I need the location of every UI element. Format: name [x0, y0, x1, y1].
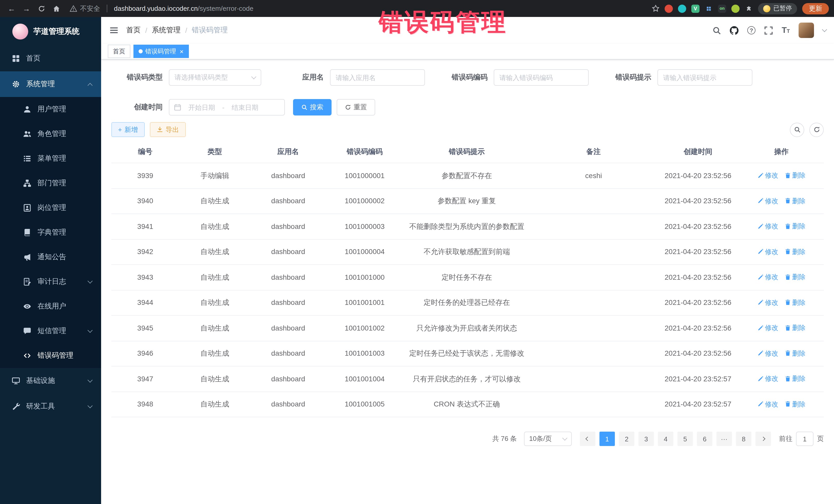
reset-button-label: 重置 — [354, 103, 367, 112]
prev-page-button[interactable] — [580, 432, 595, 446]
close-icon[interactable]: × — [180, 48, 183, 54]
error-hint-input[interactable] — [657, 69, 752, 86]
delete-link[interactable]: 删除 — [785, 246, 806, 257]
cell-remark — [530, 315, 657, 341]
column-header: 错误码提示 — [403, 141, 530, 163]
forward-icon[interactable]: → — [20, 2, 33, 15]
table-settings — [790, 123, 824, 137]
vue-devtools-icon[interactable]: V — [691, 4, 700, 13]
sidebar-item-home[interactable]: 首页 — [0, 46, 101, 71]
delete-link[interactable]: 删除 — [785, 195, 806, 206]
delete-link[interactable]: 删除 — [785, 271, 806, 282]
delete-link[interactable]: 删除 — [785, 322, 806, 333]
date-range-picker[interactable]: - — [169, 99, 285, 115]
page-button-2[interactable]: 2 — [619, 432, 634, 446]
extension-on-icon[interactable]: on — [718, 4, 726, 13]
export-button[interactable]: 导出 — [150, 122, 185, 137]
edit-link[interactable]: 修改 — [757, 373, 778, 384]
toggle-search-button[interactable] — [790, 123, 804, 137]
breadcrumb-system[interactable]: 系统管理 — [152, 26, 181, 35]
edit-link[interactable]: 修改 — [757, 195, 778, 206]
delete-link[interactable]: 删除 — [785, 170, 806, 181]
error-code-input[interactable] — [494, 69, 589, 86]
add-button[interactable]: + 新增 — [111, 122, 145, 137]
sidebar-item-dept[interactable]: 部门管理 — [0, 171, 101, 196]
page-button-4[interactable]: 4 — [658, 432, 673, 446]
edit-link[interactable]: 修改 — [757, 322, 778, 333]
tab-home[interactable]: 首页 — [108, 45, 130, 58]
profile-face-icon — [763, 5, 770, 12]
search-icon[interactable] — [712, 26, 721, 35]
paused-badge[interactable]: 已暂停 — [758, 3, 797, 14]
delete-link[interactable]: 删除 — [785, 221, 806, 232]
sidebar-item-sms[interactable]: 短信管理 — [0, 319, 101, 343]
update-button[interactable]: 更新 — [802, 3, 829, 14]
end-date-input[interactable] — [226, 103, 264, 112]
start-date-input[interactable] — [183, 103, 220, 112]
cell-app: dashboard — [250, 392, 326, 417]
sidebar-item-system[interactable]: 系统管理 — [0, 71, 101, 97]
sidebar-item-errorcode[interactable]: 错误码管理 — [0, 343, 101, 368]
chevron-down-icon[interactable] — [822, 27, 827, 32]
reload-icon[interactable] — [35, 2, 48, 15]
delete-link[interactable]: 删除 — [785, 398, 806, 409]
edit-link[interactable]: 修改 — [757, 398, 778, 409]
edit-link[interactable]: 修改 — [757, 170, 778, 181]
page-button-8[interactable]: 8 — [736, 432, 751, 446]
home-icon[interactable] — [50, 2, 63, 15]
page-button-1[interactable]: 1 — [599, 432, 615, 446]
breadcrumb-home[interactable]: 首页 — [126, 26, 140, 35]
page-button-3[interactable]: 3 — [638, 432, 654, 446]
back-icon[interactable]: ← — [5, 2, 18, 15]
extensions-puzzle-icon[interactable] — [745, 4, 753, 13]
extension-green-icon[interactable] — [731, 4, 740, 13]
next-page-button[interactable] — [755, 432, 771, 446]
sidebar-item-infra[interactable]: 基础设施 — [0, 368, 101, 394]
error-type-select[interactable]: 请选择错误码类型 — [169, 69, 261, 86]
edit-link[interactable]: 修改 — [757, 246, 778, 257]
sidebar-item-post[interactable]: 岗位管理 — [0, 196, 101, 220]
table-row: 3939手动编辑dashboard1001000001参数配置不存在ceshi2… — [111, 163, 824, 188]
hamburger-icon[interactable] — [101, 26, 126, 35]
sidebar-item-role[interactable]: 角色管理 — [0, 122, 101, 146]
help-icon[interactable]: ? — [747, 26, 755, 35]
sidebar-item-label: 基础设施 — [26, 376, 55, 386]
tab-error-code[interactable]: 错误码管理 × — [133, 45, 189, 58]
edit-link[interactable]: 修改 — [757, 271, 778, 282]
more-pages-button[interactable]: ··· — [717, 432, 732, 446]
url-bar[interactable]: dashboard.yudao.iocoder.cn/system/error-… — [114, 5, 253, 12]
sidebar-item-user[interactable]: 用户管理 — [0, 97, 101, 122]
delete-link[interactable]: 删除 — [785, 297, 806, 308]
extension-grid-icon[interactable] — [705, 4, 713, 13]
delete-link[interactable]: 删除 — [785, 348, 806, 358]
font-size-icon[interactable]: TT — [782, 26, 790, 35]
sidebar-item-dict[interactable]: 字典管理 — [0, 220, 101, 245]
sidebar-item-notice[interactable]: 通知公告 — [0, 245, 101, 269]
sidebar-item-audit[interactable]: 审计日志 — [0, 269, 101, 294]
extension-red-icon[interactable] — [665, 4, 673, 13]
user-avatar[interactable] — [798, 23, 814, 38]
goto-page-input[interactable] — [796, 432, 813, 446]
sidebar-item-devtools[interactable]: 研发工具 — [0, 394, 101, 419]
sidebar-item-menu[interactable]: 菜单管理 — [0, 146, 101, 171]
chevron-down-icon — [251, 74, 256, 79]
app-name-input[interactable] — [330, 69, 425, 86]
edit-link[interactable]: 修改 — [757, 348, 778, 358]
bookmark-star-icon[interactable] — [652, 5, 659, 12]
table-row: 3947自动生成dashboard1001001004只有开启状态的任务，才可以… — [111, 366, 824, 392]
page-button-6[interactable]: 6 — [697, 432, 712, 446]
security-indicator[interactable]: 不安全 — [70, 4, 100, 13]
reset-button[interactable]: 重置 — [337, 99, 375, 115]
edit-link[interactable]: 修改 — [757, 221, 778, 232]
fullscreen-icon[interactable] — [764, 26, 773, 35]
sidebar-item-online[interactable]: 在线用户 — [0, 294, 101, 319]
page-size-select[interactable]: 10条/页 — [524, 432, 572, 446]
delete-link[interactable]: 删除 — [785, 373, 806, 384]
github-icon[interactable] — [730, 26, 739, 35]
search-button[interactable]: 搜索 — [293, 99, 332, 115]
cell-id: 3941 — [111, 214, 179, 239]
extension-teal-icon[interactable] — [678, 4, 686, 13]
refresh-table-button[interactable] — [809, 123, 824, 137]
page-button-5[interactable]: 5 — [678, 432, 693, 446]
edit-link[interactable]: 修改 — [757, 297, 778, 308]
